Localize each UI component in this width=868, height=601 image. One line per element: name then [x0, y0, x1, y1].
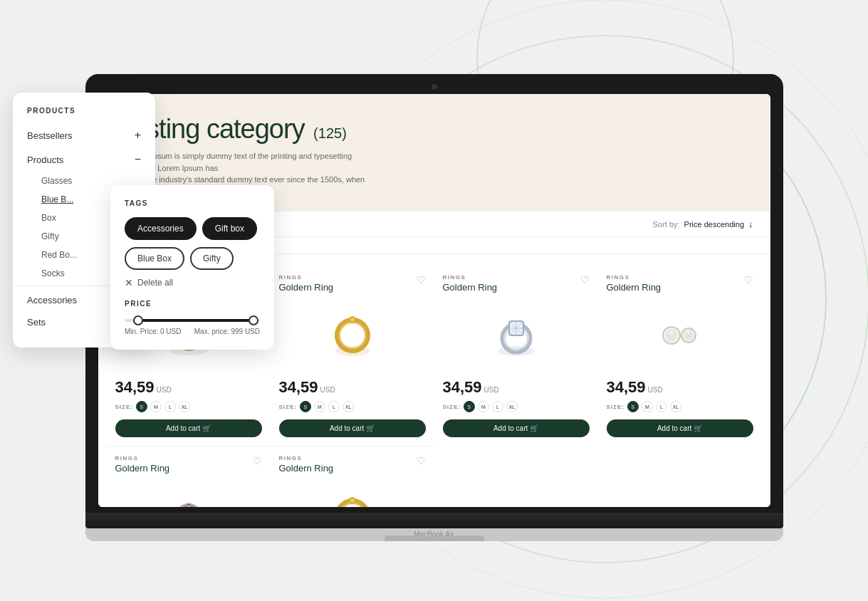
tag-bluebox[interactable]: Blue Box: [125, 247, 184, 270]
tags-outline-row: Blue Box Gifty: [125, 247, 260, 270]
size-xl[interactable]: XL: [506, 401, 518, 412]
wishlist-icon[interactable]: ♡: [580, 274, 590, 286]
product-card: RINGS Goldern Ring ♡: [598, 266, 762, 446]
tags-section-title: TAGS: [125, 199, 260, 207]
page-count: (125): [313, 125, 347, 141]
size-l[interactable]: L: [328, 401, 340, 412]
price-slider[interactable]: [125, 319, 260, 322]
minus-icon: −: [135, 153, 141, 166]
wishlist-icon[interactable]: ♡: [253, 455, 262, 466]
product-image: [279, 481, 426, 507]
size-l[interactable]: L: [164, 401, 176, 412]
product-category: RINGS: [115, 455, 139, 461]
tag-accessories[interactable]: Accessories: [125, 217, 197, 240]
size-xl[interactable]: XL: [670, 401, 681, 412]
product-price: 34,59 USD: [279, 378, 335, 397]
svg-point-28: [687, 332, 689, 334]
product-name: Goldern Ring: [115, 463, 170, 474]
delete-all-label: Delete all: [137, 278, 173, 288]
size-m[interactable]: M: [642, 401, 653, 412]
laptop-notch: [385, 535, 484, 541]
tags-popup: TAGS Accessories Gift box Blue Box Gifty…: [110, 185, 274, 350]
product-name: Goldern Ring: [443, 282, 498, 293]
svg-point-27: [670, 331, 673, 334]
product-price: 34,59 USD: [115, 378, 172, 397]
add-to-cart-button[interactable]: Add to cart 🛒: [115, 419, 262, 437]
add-to-cart-button[interactable]: Add to cart 🛒: [279, 419, 426, 437]
product-card: RINGS Goldern Ring ♡: [271, 446, 434, 507]
sidebar-section-title: PRODUCTS: [13, 107, 155, 123]
svg-point-12: [340, 323, 365, 348]
plus-icon: +: [135, 129, 141, 142]
sidebar-item-products[interactable]: Products −: [13, 147, 155, 172]
tag-gifty[interactable]: Gifty: [190, 247, 234, 270]
size-selector: SIZE: S M L XL: [607, 401, 681, 412]
size-xl[interactable]: XL: [179, 401, 190, 412]
price-slider-thumb-min[interactable]: [133, 315, 143, 325]
size-selector: SIZE: S M L XL: [115, 401, 190, 412]
product-name: Goldern Ring: [279, 463, 334, 474]
size-s[interactable]: S: [300, 401, 311, 412]
product-category: RINGS: [607, 274, 630, 281]
delete-all-button[interactable]: ✕ Delete all: [125, 277, 260, 288]
sort-area: Sort by: Price descending ↓: [653, 219, 753, 229]
product-name: Goldern Ring: [279, 282, 334, 293]
add-to-cart-button[interactable]: Add to cart 🛒: [443, 419, 590, 437]
size-s[interactable]: S: [464, 401, 475, 412]
tags-filled-row: Accessories Gift box: [125, 217, 260, 240]
product-name: Goldern Ring: [607, 282, 662, 293]
size-s[interactable]: S: [136, 401, 147, 412]
svg-point-37: [350, 498, 355, 503]
price-section-title: PRICE: [125, 300, 260, 308]
size-xl[interactable]: XL: [343, 401, 354, 412]
laptop-bottom-bar: [85, 513, 783, 528]
max-price-label: Max. price: 999 USD: [194, 328, 260, 335]
product-card: RINGS Goldern Ring ♡ 34,59: [271, 266, 434, 446]
price-range-labels: Min. Price: 0 USD Max. price: 999 USD: [125, 328, 260, 335]
sidebar-item-bestsellers[interactable]: Bestsellers +: [13, 123, 155, 147]
product-image: [115, 481, 262, 507]
product-category: RINGS: [443, 274, 466, 281]
size-m[interactable]: M: [314, 401, 325, 412]
laptop-base: MacBook Air: [85, 528, 783, 541]
price-slider-thumb-max[interactable]: [249, 315, 258, 325]
product-image: [443, 300, 590, 371]
wishlist-icon[interactable]: ♡: [417, 274, 426, 286]
product-category: RINGS: [279, 455, 303, 461]
min-price-label: Min. Price: 0 USD: [125, 328, 181, 335]
product-price: 34,59 USD: [443, 378, 499, 397]
product-image: [279, 300, 426, 371]
size-l[interactable]: L: [492, 401, 503, 412]
add-to-cart-button[interactable]: Add to cart 🛒: [607, 419, 753, 437]
laptop-camera: [432, 84, 437, 90]
product-card: RINGS Goldern Ring ♡: [434, 266, 598, 446]
size-l[interactable]: L: [656, 401, 667, 412]
product-price: 34,59 USD: [607, 378, 663, 397]
size-m[interactable]: M: [478, 401, 489, 412]
size-selector: SIZE: S M L XL: [279, 401, 354, 412]
svg-point-14: [350, 318, 355, 322]
size-m[interactable]: M: [150, 401, 162, 412]
wishlist-icon[interactable]: ♡: [417, 455, 426, 466]
size-s[interactable]: S: [627, 401, 639, 412]
price-slider-fill: [138, 319, 253, 322]
product-image: [607, 300, 753, 371]
product-card: RINGS Goldern Ring ♡: [107, 446, 271, 507]
wishlist-icon[interactable]: ♡: [744, 274, 753, 286]
tag-giftbox[interactable]: Gift box: [202, 217, 257, 240]
x-icon: ✕: [125, 277, 133, 288]
product-category: RINGS: [279, 274, 303, 281]
size-selector: SIZE: S M L XL: [443, 401, 518, 412]
